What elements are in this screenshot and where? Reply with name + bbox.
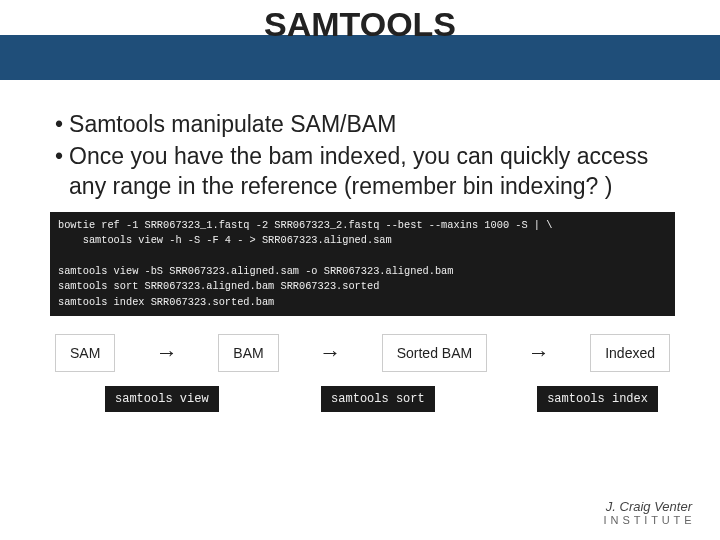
bullet-dot: • [55, 110, 63, 140]
commands-row: samtools view samtools sort samtools ind… [0, 386, 720, 412]
stage-sam: SAM [55, 334, 115, 372]
footer-line1: J. Craig Venter [603, 499, 692, 514]
bullet-list: • Samtools manipulate SAM/BAM • Once you… [55, 110, 670, 202]
footer-line2: I N S T I T U T E [603, 514, 692, 526]
stage-bam: BAM [218, 334, 278, 372]
bullet-item: • Samtools manipulate SAM/BAM [55, 110, 670, 140]
cmd-sort: samtools sort [321, 386, 435, 412]
code-block: bowtie ref -1 SRR067323_1.fastq -2 SRR06… [50, 212, 675, 317]
cmd-view: samtools view [105, 386, 219, 412]
bullet-text: Once you have the bam indexed, you can q… [69, 142, 670, 202]
bullet-dot: • [55, 142, 63, 202]
arrow-icon: → [319, 340, 341, 366]
bullet-item: • Once you have the bam indexed, you can… [55, 142, 670, 202]
arrow-icon: → [528, 340, 550, 366]
pipeline-row: SAM → BAM → Sorted BAM → Indexed [0, 334, 720, 372]
footer-logo: J. Craig Venter I N S T I T U T E [603, 499, 692, 526]
stage-indexed: Indexed [590, 334, 670, 372]
bullet-text: Samtools manipulate SAM/BAM [69, 110, 396, 140]
stage-sorted-bam: Sorted BAM [382, 334, 487, 372]
cmd-index: samtools index [537, 386, 658, 412]
arrow-icon: → [156, 340, 178, 366]
slide-title: SAMTOOLS [264, 5, 456, 44]
